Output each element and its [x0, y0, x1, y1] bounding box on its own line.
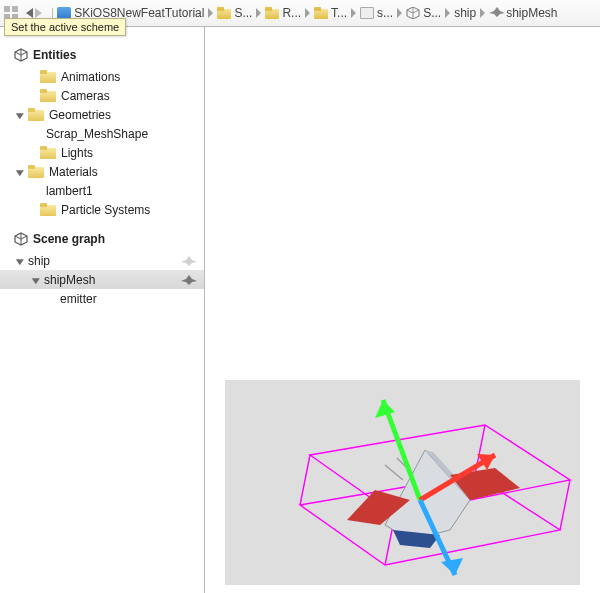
- tree-item-geometries[interactable]: Geometries: [0, 105, 204, 124]
- tree-item-animations[interactable]: Animations: [0, 67, 204, 86]
- history-back-button[interactable]: [26, 8, 33, 18]
- history-forward-button[interactable]: [35, 8, 42, 18]
- svg-line-16: [383, 400, 420, 500]
- main-split: Entities Animations Cameras Geometries S…: [0, 27, 600, 593]
- history-nav: [26, 8, 42, 18]
- chevron-right-icon: [351, 8, 356, 18]
- tree-item-cameras[interactable]: Cameras: [0, 86, 204, 105]
- tree-item-label: Geometries: [49, 108, 204, 122]
- crumb-node[interactable]: shipMesh: [489, 6, 557, 20]
- editor-toolbar: | SKiOS8NewFeatTutorial S... R... T... s…: [0, 0, 600, 27]
- crumb-file[interactable]: s...: [360, 6, 393, 20]
- tree-item-label: Materials: [49, 165, 204, 179]
- chevron-right-icon: [397, 8, 402, 18]
- breadcrumb: SKiOS8NewFeatTutorial S... R... T... s..…: [57, 6, 596, 20]
- tree-item-scrap-meshshape[interactable]: Scrap_MeshShape: [0, 124, 204, 143]
- tree-item-label: Cameras: [61, 89, 204, 103]
- section-title: Entities: [33, 48, 76, 62]
- crumb-label: shipMesh: [506, 6, 557, 20]
- tooltip-text: Set the active scheme: [11, 21, 119, 33]
- cube-icon: [14, 232, 28, 246]
- disclosure-triangle-icon[interactable]: [16, 113, 24, 119]
- folder-icon: [28, 165, 44, 178]
- chevron-right-icon: [256, 8, 261, 18]
- crumb-folder[interactable]: R...: [265, 6, 301, 20]
- crumb-folder[interactable]: T...: [314, 6, 347, 20]
- tree-item-lights[interactable]: Lights: [0, 143, 204, 162]
- chevron-right-icon: [480, 8, 485, 18]
- tree-item-shipmesh[interactable]: shipMesh: [0, 270, 204, 289]
- tree-item-label: lambert1: [46, 184, 204, 198]
- tree-item-label: Animations: [61, 70, 204, 84]
- ship-icon: [180, 255, 198, 267]
- scene-outline-sidebar: Entities Animations Cameras Geometries S…: [0, 27, 205, 593]
- disclosure-triangle-icon[interactable]: [32, 278, 40, 284]
- scenegraph-tree: ship shipMesh emitter: [0, 249, 204, 318]
- scenegraph-header[interactable]: Scene graph: [0, 229, 204, 249]
- entities-tree: Animations Cameras Geometries Scrap_Mesh…: [0, 65, 204, 229]
- folder-icon: [40, 70, 56, 83]
- cube-icon: [14, 48, 28, 62]
- tree-item-label: emitter: [60, 292, 204, 306]
- tree-item-label: Particle Systems: [61, 203, 204, 217]
- cube-icon: [406, 7, 420, 19]
- svg-line-5: [300, 455, 310, 505]
- chevron-right-icon: [445, 8, 450, 18]
- tree-item-particle-systems[interactable]: Particle Systems: [0, 200, 204, 219]
- tree-item-label: Lights: [61, 146, 204, 160]
- folder-icon: [314, 7, 328, 19]
- tree-item-label: ship: [28, 254, 180, 268]
- file-icon: [360, 7, 374, 19]
- tree-item-label: shipMesh: [44, 273, 180, 287]
- folder-icon: [40, 89, 56, 102]
- crumb-label: S...: [234, 6, 252, 20]
- scheme-tooltip: Set the active scheme: [4, 18, 126, 36]
- disclosure-triangle-icon[interactable]: [16, 259, 24, 265]
- folder-icon: [265, 7, 279, 19]
- crumb-label: R...: [282, 6, 301, 20]
- crumb-label: T...: [331, 6, 347, 20]
- folder-icon: [217, 7, 231, 19]
- folder-icon: [40, 146, 56, 159]
- scene-viewport[interactable]: [205, 27, 600, 593]
- scene-canvas[interactable]: [225, 380, 580, 585]
- svg-marker-17: [375, 400, 395, 418]
- svg-line-14: [385, 465, 403, 480]
- crumb-label: ship: [454, 6, 476, 20]
- tree-item-label: Scrap_MeshShape: [46, 127, 204, 141]
- folder-icon: [40, 203, 56, 216]
- tree-item-emitter[interactable]: emitter: [0, 289, 204, 308]
- crumb-label: S...: [423, 6, 441, 20]
- folder-icon: [28, 108, 44, 121]
- tree-item-materials[interactable]: Materials: [0, 162, 204, 181]
- tree-item-lambert1[interactable]: lambert1: [0, 181, 204, 200]
- crumb-folder[interactable]: S...: [217, 6, 252, 20]
- svg-line-7: [560, 480, 570, 530]
- tree-item-ship[interactable]: ship: [0, 251, 204, 270]
- ship-icon: [180, 274, 198, 286]
- crumb-node[interactable]: ship: [454, 6, 476, 20]
- scene-render: [225, 380, 580, 585]
- crumb-scene[interactable]: S...: [406, 6, 441, 20]
- disclosure-triangle-icon[interactable]: [16, 170, 24, 176]
- crumb-label: s...: [377, 6, 393, 20]
- chevron-right-icon: [208, 8, 213, 18]
- chevron-right-icon: [305, 8, 310, 18]
- entities-header[interactable]: Entities: [0, 45, 204, 65]
- ship-icon: [489, 7, 503, 19]
- section-title: Scene graph: [33, 232, 105, 246]
